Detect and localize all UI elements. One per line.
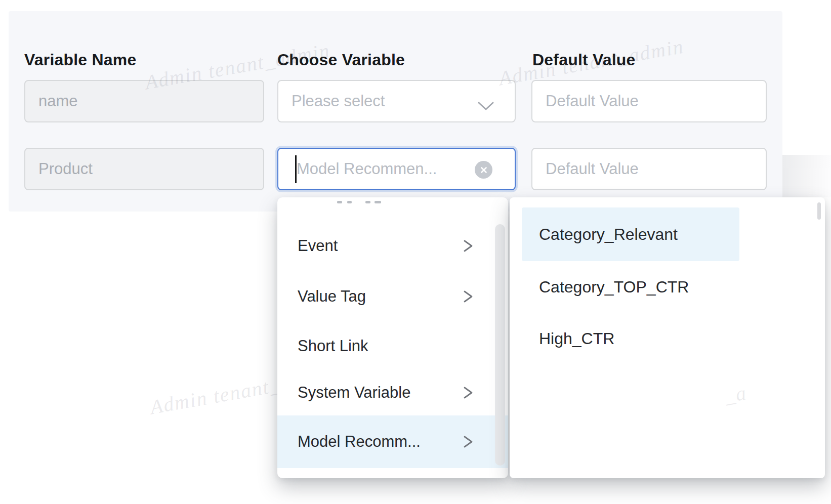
cascader-option-label: System Variable <box>298 384 410 402</box>
page-background-region <box>782 155 831 197</box>
cascader-suboption[interactable]: Category_TOP_CTR <box>522 261 739 313</box>
cascader-option-label: Event <box>298 237 338 255</box>
cascader-option-label: Value Tag <box>298 287 366 306</box>
default-value-input-row1[interactable] <box>531 80 767 122</box>
cascader-option-label: Model Recomm... <box>298 433 421 451</box>
default-value-label: Default Value <box>532 51 636 69</box>
clipped-item-fragment <box>347 201 352 203</box>
cascader-suboption-label: High_CTR <box>539 329 614 348</box>
cascader-option[interactable]: Value Tag <box>277 271 508 322</box>
cascader-option[interactable]: Event <box>277 221 508 271</box>
cascader-suboption-list: Category_Relevant Category_TOP_CTR High_… <box>510 197 825 364</box>
cascader-option-list: Event Value Tag Short Link <box>277 197 508 468</box>
variable-name-input-row1[interactable] <box>24 80 264 122</box>
screen: Variable Name Choose Variable Default Va… <box>0 0 831 504</box>
cascader-search-input[interactable] <box>278 150 469 188</box>
cascader-menu-level1: Event Value Tag Short Link <box>277 197 508 478</box>
scrollbar-thumb[interactable] <box>817 202 821 220</box>
chevron-right-icon <box>463 289 474 304</box>
cascader-option[interactable]: Short Link <box>277 322 508 370</box>
choose-variable-select-row1[interactable]: Please select <box>277 80 516 122</box>
default-value-input-row2[interactable] <box>531 148 767 190</box>
clipped-item-fragment <box>337 201 342 203</box>
clear-icon[interactable] <box>475 161 492 179</box>
cascader-option-label: Short Link <box>298 337 368 355</box>
chevron-right-icon <box>463 386 474 400</box>
text-cursor <box>295 155 297 183</box>
cascader-suboption-label: Category_TOP_CTR <box>539 278 689 297</box>
scrollbar-thumb[interactable] <box>495 224 505 466</box>
chevron-down-icon <box>477 97 494 115</box>
chevron-right-icon <box>463 435 474 449</box>
clipped-item-fragment <box>365 201 370 203</box>
variable-name-input-row2[interactable] <box>24 148 264 190</box>
cascader-suboption-label: Category_Relevant <box>539 225 678 244</box>
choose-variable-label: Choose Variable <box>277 51 405 69</box>
cascader-menu-level2: Category_Relevant Category_TOP_CTR High_… <box>510 197 825 478</box>
cascader-option[interactable]: Model Recomm... <box>277 415 508 468</box>
variable-form-panel: Variable Name Choose Variable Default Va… <box>9 11 782 212</box>
chevron-right-icon <box>463 239 474 253</box>
cascader-suboption[interactable]: Category_Relevant <box>522 207 739 261</box>
clipped-item-fragment <box>375 201 381 203</box>
cascader-option[interactable]: System Variable <box>277 370 508 415</box>
choose-variable-cascader-row2[interactable] <box>277 148 516 190</box>
variable-name-label: Variable Name <box>24 51 136 69</box>
cascader-suboption[interactable]: High_CTR <box>522 313 739 364</box>
